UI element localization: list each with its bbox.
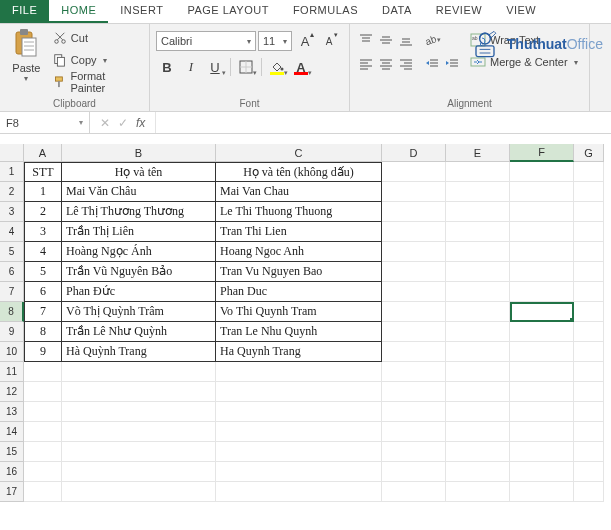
cell[interactable] — [574, 402, 604, 422]
cell[interactable] — [62, 402, 216, 422]
cell[interactable] — [382, 342, 446, 362]
row-header[interactable]: 11 — [0, 362, 24, 382]
cell[interactable] — [216, 382, 382, 402]
row-header[interactable]: 17 — [0, 482, 24, 502]
cell[interactable] — [382, 382, 446, 402]
bold-button[interactable]: B — [156, 56, 178, 78]
cell[interactable]: Le Thi Thuong Thuong — [216, 202, 382, 222]
cell[interactable] — [510, 342, 574, 362]
cell[interactable] — [574, 242, 604, 262]
tab-data[interactable]: DATA — [370, 0, 424, 23]
italic-button[interactable]: I — [180, 56, 202, 78]
font-size-combo[interactable]: 11▾ — [258, 31, 292, 51]
cell[interactable] — [446, 202, 510, 222]
row-header[interactable]: 10 — [0, 342, 24, 362]
formula-input[interactable] — [156, 112, 611, 133]
cell[interactable] — [510, 422, 574, 442]
align-right-button[interactable] — [396, 54, 416, 74]
cell[interactable] — [574, 182, 604, 202]
tab-page-layout[interactable]: PAGE LAYOUT — [175, 0, 281, 23]
cell[interactable] — [510, 362, 574, 382]
align-left-button[interactable] — [356, 54, 376, 74]
cell[interactable] — [382, 182, 446, 202]
row-header[interactable]: 14 — [0, 422, 24, 442]
cell[interactable] — [216, 402, 382, 422]
tab-view[interactable]: VIEW — [494, 0, 548, 23]
cell[interactable] — [382, 402, 446, 422]
merge-center-button[interactable]: Merge & Center ▾ — [470, 52, 578, 72]
cell[interactable] — [574, 482, 604, 502]
cell[interactable] — [446, 182, 510, 202]
cell[interactable] — [510, 162, 574, 182]
cell[interactable] — [510, 462, 574, 482]
cell[interactable] — [446, 322, 510, 342]
cell[interactable] — [574, 422, 604, 442]
row-header[interactable]: 3 — [0, 202, 24, 222]
cell[interactable] — [510, 302, 574, 322]
cancel-formula-button[interactable]: ✕ — [100, 116, 110, 130]
align-center-button[interactable] — [376, 54, 396, 74]
cell[interactable] — [510, 222, 574, 242]
enter-formula-button[interactable]: ✓ — [118, 116, 128, 130]
cell[interactable] — [446, 162, 510, 182]
cell[interactable]: Mai Van Chau — [216, 182, 382, 202]
cell[interactable] — [446, 422, 510, 442]
cell[interactable] — [446, 342, 510, 362]
row-header[interactable]: 2 — [0, 182, 24, 202]
cell[interactable] — [216, 482, 382, 502]
increase-font-button[interactable]: A▴ — [294, 30, 316, 52]
cell[interactable] — [446, 482, 510, 502]
cell[interactable] — [574, 382, 604, 402]
col-header[interactable]: D — [382, 144, 446, 162]
cell[interactable] — [62, 422, 216, 442]
cell[interactable] — [446, 402, 510, 422]
cell[interactable]: 4 — [24, 242, 62, 262]
cell[interactable]: Trần Lê Như Quỳnh — [62, 322, 216, 342]
cell[interactable]: Họ và tên — [62, 162, 216, 182]
cell[interactable] — [382, 202, 446, 222]
tab-home[interactable]: HOME — [49, 0, 108, 23]
col-header[interactable]: F — [510, 144, 574, 162]
cell[interactable] — [62, 362, 216, 382]
cell[interactable]: 2 — [24, 202, 62, 222]
cell[interactable]: Vo Thi Quynh Tram — [216, 302, 382, 322]
decrease-indent-button[interactable] — [422, 54, 442, 74]
cell[interactable]: 9 — [24, 342, 62, 362]
cell[interactable] — [446, 362, 510, 382]
cell[interactable] — [24, 382, 62, 402]
cell[interactable]: Trần Thị Liên — [62, 222, 216, 242]
cell[interactable] — [574, 302, 604, 322]
cell[interactable] — [382, 362, 446, 382]
cell[interactable] — [216, 442, 382, 462]
cell[interactable] — [382, 262, 446, 282]
cell[interactable] — [574, 162, 604, 182]
cell[interactable]: Ha Quynh Trang — [216, 342, 382, 362]
cell[interactable] — [574, 202, 604, 222]
cell[interactable] — [382, 422, 446, 442]
cell[interactable] — [24, 442, 62, 462]
underline-button[interactable]: U▾ — [204, 56, 226, 78]
cell[interactable] — [510, 202, 574, 222]
cell[interactable]: Hoang Ngoc Anh — [216, 242, 382, 262]
row-header[interactable]: 4 — [0, 222, 24, 242]
cell[interactable]: Lê Thị Thương Thương — [62, 202, 216, 222]
cell[interactable] — [216, 462, 382, 482]
cell[interactable] — [574, 442, 604, 462]
cell[interactable]: Tran Le Nhu Quynh — [216, 322, 382, 342]
row-header[interactable]: 6 — [0, 262, 24, 282]
cell[interactable] — [382, 302, 446, 322]
cell[interactable] — [216, 362, 382, 382]
row-header[interactable]: 13 — [0, 402, 24, 422]
cell[interactable] — [382, 282, 446, 302]
cell[interactable]: Tran Vu Nguyen Bao — [216, 262, 382, 282]
cell[interactable] — [382, 242, 446, 262]
cell[interactable] — [62, 482, 216, 502]
cell[interactable]: 8 — [24, 322, 62, 342]
row-header[interactable]: 5 — [0, 242, 24, 262]
cell[interactable] — [382, 442, 446, 462]
row-header[interactable]: 16 — [0, 462, 24, 482]
cell[interactable] — [446, 462, 510, 482]
cell[interactable] — [510, 402, 574, 422]
cell[interactable] — [446, 382, 510, 402]
cell[interactable]: 5 — [24, 262, 62, 282]
